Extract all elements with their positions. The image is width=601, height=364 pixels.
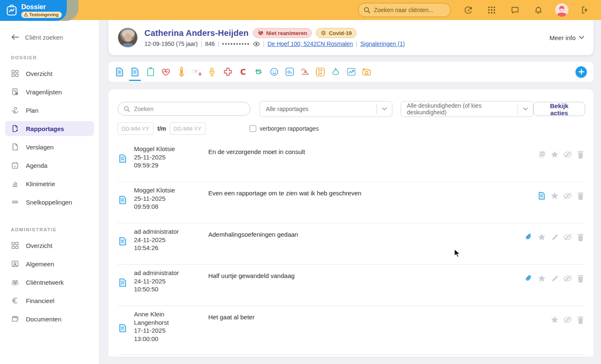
tab-photo[interactable]: [359, 62, 374, 82]
tab-soep[interactable]: SOEP: [313, 62, 328, 82]
tab-pain-score[interactable]: ☞0: [189, 62, 205, 82]
user-avatar[interactable]: [550, 0, 573, 20]
report-date: 24-11-2025: [134, 277, 190, 286]
sidebar-item-documenten[interactable]: Documenten: [5, 311, 94, 326]
date-to-input[interactable]: [170, 122, 206, 135]
logout-icon[interactable]: [573, 0, 597, 20]
star-icon[interactable]: [537, 274, 546, 283]
report-row[interactable]: Moggel Klotsie 25-11-2025 09:59:29 En de…: [109, 141, 593, 182]
sidebar-item-admin-overzicht[interactable]: Overzicht: [5, 238, 94, 253]
pencil-icon[interactable]: [550, 274, 559, 283]
copy-check-icon[interactable]: [537, 150, 546, 159]
tab-handover[interactable]: [251, 62, 266, 82]
meer-info-button[interactable]: Meer info: [549, 34, 584, 41]
report-row[interactable]: ad administrator 24-11-2025 10:54:26 Ade…: [109, 223, 593, 264]
client-name[interactable]: Catherina Anders-Heijden: [144, 28, 249, 38]
expertise-select[interactable]: Alle deskundigheden (of kies deskundighe…: [401, 101, 533, 117]
sidebar-item-clientnetwerk[interactable]: Cliëntnetwerk: [5, 275, 94, 290]
client-search-box[interactable]: [358, 3, 451, 17]
search-icon: [364, 7, 371, 14]
trash-icon[interactable]: [576, 274, 585, 283]
sidebar-item-financieel[interactable]: Financieel: [5, 293, 94, 308]
star-icon[interactable]: [550, 315, 559, 324]
client-address-link[interactable]: De Hoef 100, 5242CN Rosmalen: [268, 40, 353, 47]
client-search-input[interactable]: [374, 7, 441, 13]
report-doc-icon: [119, 324, 127, 333]
letter-c-icon: C: [240, 67, 246, 76]
checkbox[interactable]: [250, 125, 256, 132]
report-row[interactable]: ad administrator 24-11-2025 10:50:50 Hal…: [109, 265, 593, 306]
add-report-button[interactable]: [576, 66, 587, 78]
sidebar-item-plan[interactable]: Plan: [5, 103, 94, 118]
tab-heart-pulse[interactable]: [158, 62, 174, 82]
chat-icon[interactable]: [503, 0, 527, 20]
star-icon[interactable]: [550, 150, 559, 159]
gauge-icon[interactable]: [457, 0, 480, 20]
bekijk-acties-button[interactable]: Bekijk acties: [533, 102, 585, 116]
tab-medical-cross[interactable]: [220, 62, 235, 82]
report-meta: ad administrator 24-11-2025 10:50:50: [134, 269, 190, 293]
reports-panel: Alle rapportages Alle deskundigheden (of…: [109, 89, 593, 356]
star-icon[interactable]: [550, 191, 559, 200]
sidebar-item-agenda[interactable]: Agenda: [5, 158, 94, 173]
pencil-icon[interactable]: [550, 233, 559, 242]
tab-stool[interactable]: [328, 62, 343, 82]
tab-report-doc[interactable]: [112, 62, 127, 82]
svg-text:EP: EP: [318, 72, 323, 76]
eye-off-icon[interactable]: [563, 233, 572, 242]
client-photo[interactable]: [118, 28, 138, 48]
tab-clipboard[interactable]: [143, 62, 158, 82]
sidebar-item-klinimetrie[interactable]: Klinimetrie: [5, 176, 94, 191]
date-from-input[interactable]: [118, 122, 154, 135]
tab-toilet[interactable]: [205, 62, 220, 82]
paperclip-icon[interactable]: [524, 274, 533, 283]
sidebar-item-verslagen[interactable]: Verslagen: [5, 139, 94, 154]
signaleringen-link[interactable]: Signaleringen (1): [360, 40, 405, 47]
tab-letter-c[interactable]: C: [235, 62, 251, 82]
reports-search-box[interactable]: [118, 102, 250, 116]
medical-cross-icon: [223, 67, 232, 76]
eye-off-icon[interactable]: [563, 274, 572, 283]
measurements-chart-icon: [346, 67, 356, 76]
tab-oxygen[interactable]: O₂: [282, 62, 297, 82]
trash-icon[interactable]: [576, 233, 585, 242]
sidebar-item-rapportages[interactable]: Rapportages: [5, 121, 94, 136]
pain-score-icon: ☞0: [192, 67, 202, 76]
topbar: Dossier Testomgeving: [0, 0, 601, 20]
sidebar-item-overzicht[interactable]: Overzicht: [5, 66, 94, 81]
chevron-down-icon: [579, 36, 584, 39]
report-text: En de verzorgende moet in consult: [208, 145, 537, 155]
report-type-select[interactable]: Alle rapportages: [260, 101, 392, 117]
tab-measurements-chart[interactable]: [343, 62, 359, 82]
tab-report-doc-active[interactable]: [127, 62, 143, 82]
eye-off-icon[interactable]: [563, 150, 572, 159]
back-to-client-search[interactable]: Cliënt zoeken: [0, 20, 99, 41]
eye-icon[interactable]: [253, 41, 260, 47]
toilet-icon: [208, 67, 217, 77]
tab-thermometer[interactable]: [174, 62, 189, 82]
hidden-reports-checkbox[interactable]: verborgen rapportages: [250, 125, 319, 132]
report-row[interactable]: Anne Klein Langenhorst 17-11-2025 13:00:…: [109, 306, 593, 354]
document-blue-icon[interactable]: [537, 191, 546, 200]
flag-covid-19[interactable]: Covid-19: [316, 28, 356, 38]
trash-icon[interactable]: [576, 191, 585, 200]
tab-mood[interactable]: [266, 62, 282, 82]
star-icon[interactable]: [537, 233, 546, 242]
paperclip-icon[interactable]: [524, 233, 533, 242]
bell-icon[interactable]: [527, 0, 550, 20]
eye-off-icon[interactable]: [563, 191, 572, 200]
sidebar-item-algemeen[interactable]: Algemeen: [5, 256, 94, 271]
report-row[interactable]: Moggel Klotsie 25-11-2025 09:59:08 Even …: [109, 182, 593, 223]
trash-icon[interactable]: [576, 315, 585, 324]
sidebar-item-snelkoppelingen[interactable]: Snelkoppelingen: [5, 195, 94, 210]
app-title: Dossier: [21, 3, 62, 11]
sidebar-item-vragenlijsten[interactable]: ? Vragenlijsten: [5, 84, 94, 99]
trash-icon[interactable]: [576, 150, 585, 159]
report-meta: Moggel Klotsie 25-11-2025 09:59:29: [134, 145, 190, 169]
flag-niet-reanimeren[interactable]: Niet reanimeren: [253, 28, 312, 38]
eye-off-icon[interactable]: [563, 315, 572, 324]
reports-search-input[interactable]: [134, 106, 238, 112]
apps-grid-icon[interactable]: [480, 0, 503, 20]
tab-fall-incident[interactable]: [297, 62, 313, 82]
app-logo[interactable]: Dossier Testomgeving: [0, 0, 67, 21]
